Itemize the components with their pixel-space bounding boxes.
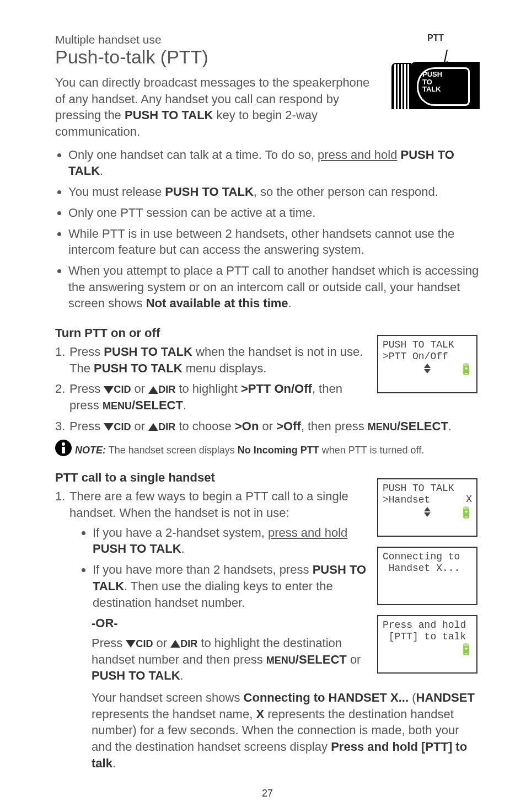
note-label: NOTE: xyxy=(75,445,106,456)
ptt-button-graphic: PUSH TO TALK xyxy=(391,43,480,109)
arrow-up-icon xyxy=(170,640,180,648)
arrow-up-icon xyxy=(148,386,158,394)
arrow-down-icon xyxy=(104,386,114,394)
note: NOTE: The handset screen displays No Inc… xyxy=(55,440,480,456)
arrow-down-icon xyxy=(126,640,136,648)
info-icon xyxy=(55,440,72,456)
or-label: -OR- xyxy=(92,615,480,632)
bullet-item: Only one PTT session can be active at a … xyxy=(68,205,480,221)
turn-ptt-steps: Press PUSH TO TALK when the handset is n… xyxy=(55,344,480,434)
ptt-figure-label: PTT xyxy=(391,33,480,43)
step-item: Press CID or DIR to choose >On or >Off, … xyxy=(55,418,480,435)
bullet-item: While PTT is in use between 2 handsets, … xyxy=(68,226,480,258)
step-item: Press PUSH TO TALK when the handset is n… xyxy=(55,344,480,376)
page-number: 27 xyxy=(55,788,480,799)
connecting-paragraph: Your handset screen shows Connecting to … xyxy=(92,690,480,771)
bullet-item: You must release PUSH TO TALK, so the ot… xyxy=(68,184,480,200)
intro-bullets: Only one handset can talk at a time. To … xyxy=(55,147,480,312)
sub-bullets: If you have a 2-handset system, press an… xyxy=(69,525,480,611)
step-lead: There are a few ways to begin a PTT call… xyxy=(69,489,348,520)
bullet-item: When you attempt to place a PTT call to … xyxy=(68,263,480,312)
step-item: There are a few ways to begin a PTT call… xyxy=(55,488,480,771)
or-paragraph: Press CID or DIR to highlight the destin… xyxy=(92,635,480,684)
sub-bullet-item: If you have a 2-handset system, press an… xyxy=(93,525,480,557)
sub-bullet-item: If you have more than 2 handsets, press … xyxy=(93,562,480,611)
ptt-call-steps: There are a few ways to begin a PTT call… xyxy=(55,488,480,771)
ptt-btn-text-3: TALK xyxy=(422,85,441,93)
arrow-up-icon xyxy=(148,423,158,431)
step-item: Press CID or DIR to highlight >PTT On/Of… xyxy=(55,381,480,413)
bullet-item: Only one handset can talk at a time. To … xyxy=(68,147,480,179)
arrow-down-icon xyxy=(104,423,114,431)
ptt-figure: PTT PUSH TO TALK xyxy=(391,33,480,109)
